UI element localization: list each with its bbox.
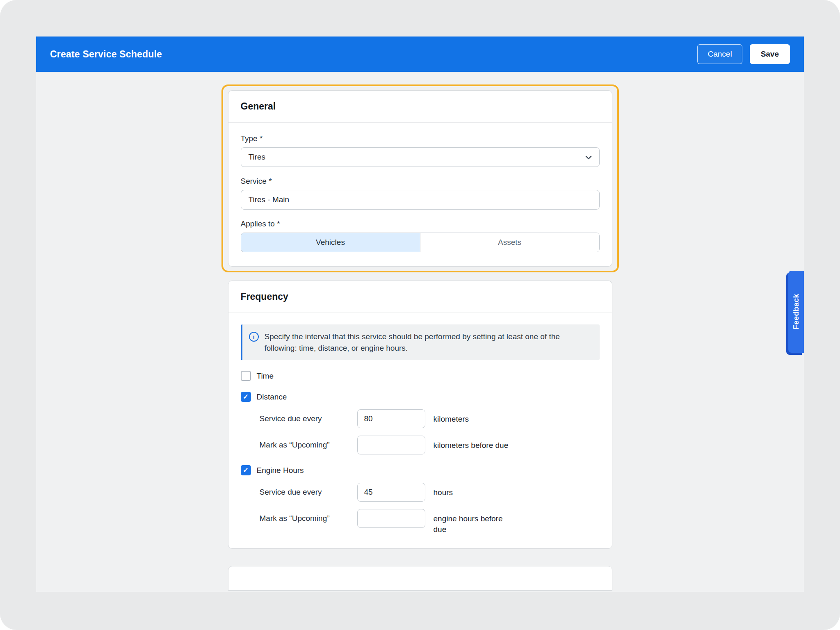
- engine-upcoming-row: Mark as “Upcoming” engine hours before d…: [260, 509, 600, 534]
- save-button[interactable]: Save: [750, 44, 790, 64]
- general-card-header: General: [228, 91, 612, 123]
- distance-row: ✓ Distance: [241, 392, 600, 402]
- partial-next-card: [228, 566, 612, 591]
- segment-assets[interactable]: Assets: [420, 233, 599, 252]
- distance-checkbox[interactable]: ✓: [241, 392, 251, 402]
- applies-to-segmented-control: Vehicles Assets: [241, 233, 600, 252]
- engine-due-row: Service due every hours: [260, 483, 600, 502]
- cancel-button[interactable]: Cancel: [697, 44, 742, 64]
- frequency-info-text: Specify the interval that this service s…: [265, 331, 591, 354]
- checkmark-icon: ✓: [243, 393, 249, 400]
- checkmark-icon: ✓: [243, 467, 249, 474]
- distance-upcoming-label: Mark as “Upcoming”: [260, 436, 357, 450]
- type-label: Type *: [241, 134, 600, 143]
- engine-due-label: Service due every: [260, 483, 357, 497]
- distance-due-input[interactable]: [357, 409, 425, 428]
- type-select[interactable]: Tires: [241, 147, 600, 167]
- service-input[interactable]: [241, 190, 600, 210]
- screenshot-frame: Create Service Schedule Cancel Save Gene…: [0, 0, 840, 630]
- frequency-title: Frequency: [241, 291, 600, 302]
- engine-hours-row: ✓ Engine Hours: [241, 465, 600, 475]
- general-card: General Type * Tires Service * Applies: [228, 90, 612, 267]
- service-label: Service *: [241, 177, 600, 186]
- time-checkbox-label: Time: [257, 372, 274, 381]
- page-title: Create Service Schedule: [50, 49, 162, 60]
- feedback-tab[interactable]: Feedback: [788, 271, 804, 353]
- applies-to-label: Applies to *: [241, 219, 600, 228]
- engine-upcoming-label: Mark as “Upcoming”: [260, 509, 357, 523]
- engine-hours-checkbox-label: Engine Hours: [257, 466, 304, 475]
- general-card-body: Type * Tires Service * Applies to * Vehi…: [228, 123, 612, 266]
- frequency-info-banner: i Specify the interval that this service…: [241, 324, 600, 360]
- general-highlight-ring: General Type * Tires Service * Applies: [221, 84, 619, 272]
- frequency-card-body: i Specify the interval that this service…: [228, 313, 612, 548]
- time-row: ✓ Time: [241, 371, 600, 381]
- distance-due-unit: kilometers: [434, 409, 469, 425]
- engine-upcoming-input[interactable]: [357, 509, 425, 528]
- distance-due-row: Service due every kilometers: [260, 409, 600, 428]
- feedback-tab-label: Feedback: [792, 294, 801, 329]
- distance-checkbox-label: Distance: [257, 393, 287, 402]
- engine-upcoming-unit: engine hours before due: [434, 509, 518, 534]
- frequency-card-header: Frequency: [228, 281, 612, 313]
- distance-upcoming-row: Mark as “Upcoming” kilometers before due: [260, 436, 600, 454]
- distance-due-label: Service due every: [260, 409, 357, 423]
- distance-upcoming-unit: kilometers before due: [434, 436, 509, 451]
- segment-vehicles[interactable]: Vehicles: [241, 233, 420, 252]
- app-window: Create Service Schedule Cancel Save Gene…: [36, 37, 804, 592]
- distance-upcoming-input[interactable]: [357, 436, 425, 454]
- frequency-card: Frequency i Specify the interval that th…: [228, 281, 612, 549]
- chevron-down-icon: [584, 153, 593, 164]
- general-title: General: [241, 101, 600, 112]
- info-icon: i: [249, 332, 259, 342]
- type-select-value: Tires: [249, 153, 266, 162]
- content-area: General Type * Tires Service * Applies: [36, 72, 804, 592]
- engine-due-unit: hours: [434, 483, 453, 498]
- engine-hours-checkbox[interactable]: ✓: [241, 465, 251, 475]
- engine-due-input[interactable]: [357, 483, 425, 502]
- page-header: Create Service Schedule Cancel Save: [36, 37, 804, 72]
- time-checkbox[interactable]: ✓: [241, 371, 251, 381]
